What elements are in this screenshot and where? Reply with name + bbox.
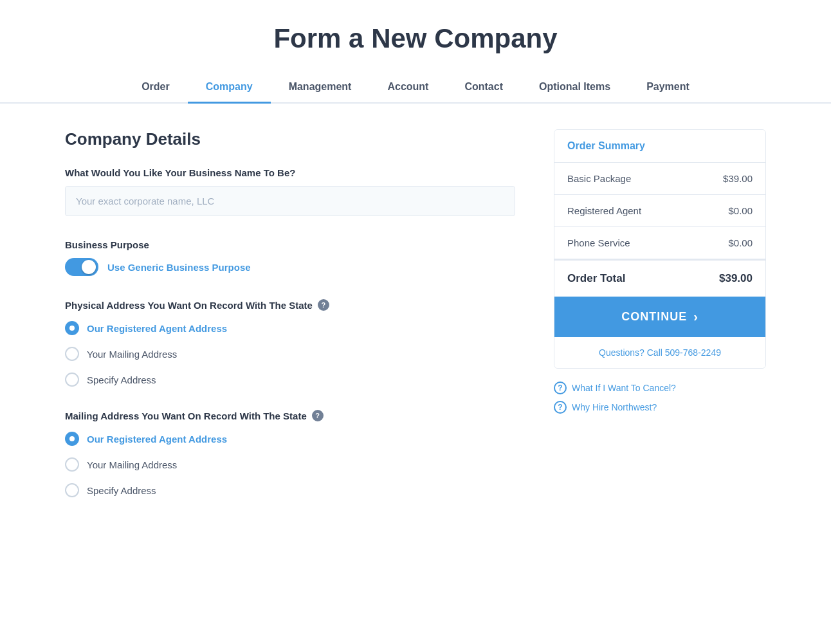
continue-button[interactable]: CONTINUE › — [554, 297, 765, 337]
order-total-price: $39.00 — [719, 272, 753, 285]
order-line-phone: Phone Service $0.00 — [554, 227, 765, 259]
main-content: Company Details What Would You Like Your… — [46, 129, 785, 559]
radio-inner-dot-2 — [69, 436, 75, 441]
physical-registered-agent-option[interactable]: Our Registered Agent Address — [65, 321, 515, 335]
use-generic-label[interactable]: Use Generic Business Purpose — [107, 262, 251, 273]
mailing-specify-radio[interactable] — [65, 483, 79, 497]
why-hire-help-link[interactable]: ? Why Hire Northwest? — [554, 401, 766, 414]
why-hire-help-label: Why Hire Northwest? — [572, 402, 657, 412]
page-title: Form a New Company — [0, 0, 831, 72]
mailing-address-radio-group: Our Registered Agent Address Your Mailin… — [65, 432, 515, 497]
generic-purpose-toggle[interactable] — [65, 258, 98, 276]
business-name-input[interactable] — [65, 186, 515, 216]
tab-order[interactable]: Order — [123, 72, 188, 104]
business-purpose-section: Business Purpose Use Generic Business Pu… — [65, 239, 515, 276]
order-line-registered-agent: Registered Agent $0.00 — [554, 195, 765, 227]
order-summary-card: Order Summary Basic Package $39.00 Regis… — [554, 129, 766, 369]
basic-package-price: $39.00 — [723, 173, 753, 184]
phone-service-label: Phone Service — [567, 237, 630, 248]
mailing-mailing-option[interactable]: Your Mailing Address — [65, 457, 515, 472]
registered-agent-price: $0.00 — [728, 205, 753, 216]
sidebar: Order Summary Basic Package $39.00 Regis… — [554, 129, 766, 520]
questions-text[interactable]: Questions? Call 509-768-2249 — [554, 337, 765, 368]
continue-label: CONTINUE — [621, 310, 687, 324]
mailing-specify-label: Specify Address — [87, 485, 156, 496]
tab-payment[interactable]: Payment — [628, 72, 708, 104]
basic-package-label: Basic Package — [567, 173, 631, 184]
physical-registered-agent-label: Our Registered Agent Address — [87, 323, 227, 334]
chevron-right-icon: › — [693, 309, 699, 324]
radio-inner-dot — [69, 326, 75, 331]
physical-specify-label: Specify Address — [87, 374, 156, 385]
cancel-help-icon: ? — [554, 382, 567, 394]
tab-contact[interactable]: Contact — [446, 72, 521, 104]
physical-address-section: Physical Address You Want On Record With… — [65, 299, 515, 387]
mailing-specify-option[interactable]: Specify Address — [65, 483, 515, 497]
order-total-label: Order Total — [567, 272, 625, 285]
mailing-registered-agent-label: Our Registered Agent Address — [87, 434, 227, 445]
form-section: Company Details What Would You Like Your… — [65, 129, 515, 520]
cancel-help-link[interactable]: ? What If I Want To Cancel? — [554, 382, 766, 394]
order-line-basic: Basic Package $39.00 — [554, 163, 765, 195]
mailing-address-section: Mailing Address You Want On Record With … — [65, 410, 515, 497]
physical-mailing-option[interactable]: Your Mailing Address — [65, 347, 515, 361]
physical-mailing-radio[interactable] — [65, 347, 79, 361]
order-summary-header: Order Summary — [554, 130, 765, 163]
mailing-mailing-radio[interactable] — [65, 457, 79, 472]
mailing-mailing-label: Your Mailing Address — [87, 459, 177, 470]
tab-account[interactable]: Account — [369, 72, 446, 104]
mailing-registered-agent-radio[interactable] — [65, 432, 79, 446]
nav-tabs: Order Company Management Account Contact… — [0, 72, 831, 104]
registered-agent-label: Registered Agent — [567, 205, 641, 216]
physical-specify-radio[interactable] — [65, 373, 79, 387]
cancel-help-label: What If I Want To Cancel? — [572, 383, 676, 393]
why-hire-help-icon: ? — [554, 401, 567, 414]
toggle-row: Use Generic Business Purpose — [65, 258, 515, 276]
physical-registered-agent-radio[interactable] — [65, 321, 79, 335]
business-name-label: What Would You Like Your Business Name T… — [65, 167, 515, 178]
physical-specify-option[interactable]: Specify Address — [65, 373, 515, 387]
mailing-address-title-row: Mailing Address You Want On Record With … — [65, 410, 515, 421]
mailing-address-help-icon[interactable]: ? — [312, 410, 324, 421]
tab-company[interactable]: Company — [188, 72, 271, 104]
phone-service-price: $0.00 — [728, 237, 753, 248]
physical-address-radio-group: Our Registered Agent Address Your Mailin… — [65, 321, 515, 387]
tab-optional-items[interactable]: Optional Items — [521, 72, 628, 104]
physical-address-title-row: Physical Address You Want On Record With… — [65, 299, 515, 311]
tab-management[interactable]: Management — [271, 72, 370, 104]
help-links: ? What If I Want To Cancel? ? Why Hire N… — [554, 382, 766, 414]
physical-address-help-icon[interactable]: ? — [318, 299, 329, 311]
business-name-field: What Would You Like Your Business Name T… — [65, 167, 515, 216]
mailing-address-label: Mailing Address You Want On Record With … — [65, 410, 307, 421]
toggle-thumb — [82, 260, 96, 274]
section-title: Company Details — [65, 129, 515, 149]
order-total-row: Order Total $39.00 — [554, 259, 765, 297]
toggle-track — [65, 258, 98, 276]
physical-mailing-label: Your Mailing Address — [87, 349, 177, 360]
physical-address-label: Physical Address You Want On Record With… — [65, 300, 313, 311]
business-purpose-label: Business Purpose — [65, 239, 515, 250]
mailing-registered-agent-option[interactable]: Our Registered Agent Address — [65, 432, 515, 446]
